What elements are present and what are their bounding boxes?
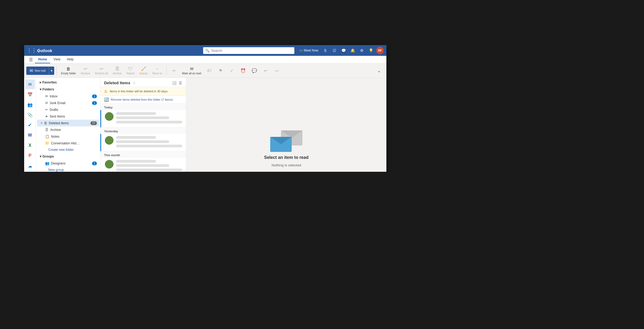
help-icon[interactable]: 💡 bbox=[367, 47, 375, 54]
folder-archive[interactable]: 🗄 Archive bbox=[37, 126, 99, 133]
undo-icon: ↩ bbox=[264, 68, 267, 73]
nav-tasks[interactable]: ✔ bbox=[25, 120, 35, 130]
restore-all-label: Restore all bbox=[95, 72, 108, 75]
notes-icon: 📋 bbox=[45, 134, 49, 138]
restore-all-button[interactable]: ↩ Restore all bbox=[93, 65, 110, 76]
recover-icon: 🔄 bbox=[104, 97, 109, 102]
archive-folder-icon: 🗄 bbox=[45, 128, 49, 132]
archive-button[interactable]: 🗄 Archive bbox=[111, 65, 124, 76]
email-item-1[interactable] bbox=[100, 110, 186, 127]
email-avatar-1 bbox=[105, 112, 114, 121]
categorize-button[interactable]: 🏷 bbox=[204, 67, 215, 74]
tab-view[interactable]: View bbox=[50, 56, 64, 63]
conv-hist-label: Conversation Hist… bbox=[51, 141, 80, 145]
recover-link-text[interactable]: Recover items deleted from this folder (… bbox=[111, 98, 173, 101]
email-list-filter-icon[interactable]: ☰ bbox=[179, 81, 182, 85]
archive-label: Archive bbox=[50, 128, 61, 132]
email-list-header: Deleted Items ☆ ⬜ ☰ bbox=[100, 78, 186, 87]
user-avatar[interactable]: RF bbox=[376, 47, 384, 54]
folder-sent[interactable]: ➤ Sent Items bbox=[37, 113, 99, 120]
restore-icon: ↩ bbox=[84, 66, 87, 71]
nav-word[interactable]: W bbox=[25, 130, 35, 140]
reading-pane-icon bbox=[270, 128, 302, 152]
waffle-icon[interactable]: ⋮⋮⋮ bbox=[27, 47, 34, 53]
empty-folder-button[interactable]: 🗑 Empty folder bbox=[59, 65, 78, 76]
sweep-icon: 🧹 bbox=[141, 66, 146, 71]
video-icon: 📹 bbox=[299, 49, 303, 52]
folder-drafts[interactable]: ✏ Drafts bbox=[37, 106, 99, 113]
more-button[interactable]: ⋯ bbox=[272, 67, 282, 74]
folder-notes[interactable]: 📋 Notes bbox=[37, 133, 99, 140]
empty-folder-icon: 🗑 bbox=[66, 67, 71, 71]
groups-header[interactable]: Groups bbox=[36, 153, 100, 160]
folders-header[interactable]: Folders bbox=[36, 86, 100, 93]
folder-deleted[interactable]: 🗑 Deleted Items 77 bbox=[37, 120, 99, 126]
favorites-header[interactable]: Favorites bbox=[36, 79, 100, 86]
mark-all-read-button[interactable]: ✉ Mark all as read bbox=[180, 65, 203, 76]
flag-icon: ⚑ bbox=[219, 68, 222, 73]
email-list-view-icon[interactable]: ⬜ bbox=[172, 81, 177, 85]
notifications-icon[interactable]: 🔔 bbox=[349, 47, 356, 54]
create-folder-button[interactable]: Create new folder bbox=[36, 147, 100, 153]
envelope-front bbox=[270, 137, 292, 152]
tag-button[interactable]: ✂ bbox=[169, 67, 180, 74]
nav-excel[interactable]: X bbox=[25, 141, 35, 150]
new-mail-button[interactable]: ✉ New mail bbox=[26, 67, 49, 75]
email-item-3[interactable] bbox=[100, 158, 186, 172]
tab-home[interactable]: Home bbox=[35, 56, 50, 63]
email-list-title: Deleted Items bbox=[104, 81, 130, 85]
folder-junk[interactable]: ✉ Junk Email 1 bbox=[37, 100, 99, 106]
todo-icon[interactable]: ☑ bbox=[331, 47, 338, 54]
deleted-icon: 🗑 bbox=[44, 121, 47, 125]
restore-button[interactable]: ↩ Restore bbox=[79, 65, 92, 76]
new-mail-dropdown[interactable]: ▾ bbox=[49, 67, 54, 75]
check-button[interactable]: ✓ bbox=[226, 67, 237, 74]
expand-ribbon-icon: ⌄ bbox=[377, 68, 381, 73]
designers-count: 1 bbox=[92, 162, 97, 165]
folder-conv-hist[interactable]: 📁 Conversation Hist… bbox=[37, 140, 99, 147]
flag-button[interactable]: ⚑ bbox=[215, 67, 226, 74]
sent-icon: ➤ bbox=[45, 114, 48, 118]
nav-calendar[interactable]: 📅 bbox=[25, 90, 35, 99]
new-mail-icon: ✉ bbox=[30, 68, 33, 73]
email-avatar-2 bbox=[105, 136, 114, 145]
nav-mail[interactable]: ✉ bbox=[25, 79, 35, 89]
new-mail-label: New mail bbox=[35, 69, 46, 72]
tag-icon: ✂ bbox=[172, 68, 176, 73]
undo-button[interactable]: ↩ bbox=[260, 67, 271, 74]
restore-all-icon: ↩ bbox=[100, 66, 103, 71]
folder-inbox[interactable]: ✉ Inbox 1 bbox=[37, 93, 99, 100]
email-skeleton-subject-2 bbox=[116, 140, 169, 143]
skype-icon[interactable]: S bbox=[321, 47, 329, 54]
expand-ribbon-button[interactable]: ⌄ bbox=[374, 67, 384, 74]
nav-store[interactable]: ▦ bbox=[25, 171, 35, 172]
empty-folder-label: Empty folder bbox=[61, 72, 76, 75]
settings-icon[interactable]: ⚙ bbox=[358, 47, 365, 54]
warning-triangle-icon: ⚠ bbox=[104, 89, 108, 93]
sweep-button[interactable]: 🧹 Sweep bbox=[137, 65, 150, 76]
chat-button[interactable]: 💬 bbox=[249, 67, 260, 74]
search-wrap: 🔍 bbox=[203, 47, 294, 54]
recover-link[interactable]: 🔄 Recover items deleted from this folder… bbox=[100, 96, 186, 104]
nav-people[interactable]: 👥 bbox=[25, 100, 35, 109]
junk-count: 1 bbox=[92, 101, 97, 105]
report-button[interactable]: 🛡 Report bbox=[124, 65, 137, 76]
favorites-label: Favorites bbox=[42, 81, 57, 84]
new-group-button[interactable]: New group bbox=[36, 167, 100, 172]
email-item-2[interactable] bbox=[100, 134, 186, 151]
sent-label: Sent Items bbox=[50, 115, 65, 118]
meet-now-button[interactable]: 📹 Meet Now bbox=[297, 48, 320, 53]
feedback-icon[interactable]: 💬 bbox=[340, 47, 347, 54]
nav-attachments[interactable]: 📎 bbox=[25, 110, 35, 120]
move-to-button[interactable]: → Move to bbox=[150, 65, 164, 76]
snooze-button[interactable]: ⏰ bbox=[238, 67, 248, 74]
ribbon-hamburger[interactable]: ☰ bbox=[27, 56, 35, 63]
nav-powerpoint[interactable]: P bbox=[25, 151, 35, 160]
search-input[interactable] bbox=[203, 47, 294, 54]
nav-onedrive[interactable]: ☁ bbox=[25, 161, 35, 171]
email-list-star-icon[interactable]: ☆ bbox=[133, 81, 136, 85]
section-this-month: This month bbox=[100, 151, 186, 158]
new-mail-group: ✉ New mail ▾ bbox=[26, 67, 54, 75]
tab-help[interactable]: Help bbox=[64, 56, 77, 63]
folder-designers[interactable]: 👥 Designers 1 bbox=[37, 160, 99, 167]
